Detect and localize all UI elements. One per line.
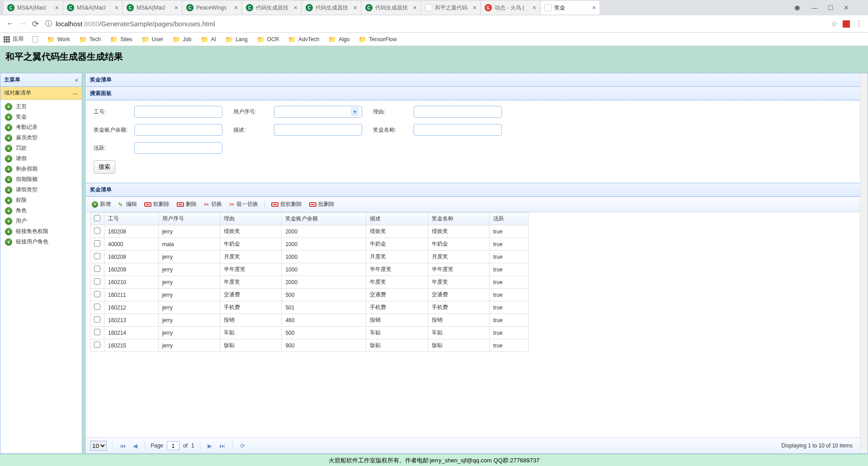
browser-tab[interactable]: C代码生成器技× [362, 1, 420, 14]
column-header[interactable]: 用户序号 [158, 213, 220, 225]
back-icon[interactable]: ← [4, 19, 16, 29]
table-row[interactable]: 160214jerry车贴500车贴车贴true [90, 327, 528, 339]
sidebar-item[interactable]: +主页 [0, 101, 82, 112]
search-button[interactable]: 搜索 [94, 160, 115, 174]
batchsoftdelete-button[interactable]: 批软删除 [269, 200, 304, 209]
softdelete-button[interactable]: 软删除 [142, 200, 171, 209]
bookmark-folder[interactable]: 📁User [142, 36, 163, 43]
sidebar-item[interactable]: +请假类型 [0, 185, 82, 195]
table-row[interactable]: 160211jerry交通费500交通费交通费true [90, 289, 528, 301]
sidebar-item[interactable]: +请假 [0, 153, 82, 164]
sidebar-item[interactable]: +雇员类型 [0, 133, 82, 143]
refresh-icon[interactable]: ⟳ [238, 442, 247, 449]
tab-close-icon[interactable]: × [533, 4, 536, 11]
table-row[interactable]: 160208jerry绩效奖2000绩效奖绩效奖true [90, 225, 528, 238]
next-page-icon[interactable]: ▶ [206, 442, 214, 449]
site-info-icon[interactable]: ⓘ [45, 19, 52, 28]
column-header[interactable]: 奖金账户余额 [282, 213, 366, 225]
bookmark-folder[interactable]: 📁AI [201, 36, 216, 43]
column-header[interactable]: 活跃 [489, 213, 528, 225]
extension-icon[interactable] [843, 20, 850, 28]
browser-tab[interactable]: C代码生成器技× [242, 1, 301, 14]
bookmark-folder[interactable]: 📁OCR [257, 36, 279, 43]
browser-tab[interactable]: 和平之翼代码× [421, 1, 480, 14]
combo-userseq[interactable]: ▾ [274, 106, 362, 118]
browser-tab[interactable]: G动态 - 火鸟 (× [481, 1, 540, 14]
row-checkbox[interactable] [94, 342, 100, 348]
browser-tab[interactable]: CMS&A(Macl× [63, 1, 122, 14]
bookmark-folder[interactable]: 📁Tech [79, 36, 101, 43]
input-balance[interactable] [134, 124, 222, 136]
edit-button[interactable]: ✎编辑 [116, 200, 139, 209]
input-active[interactable] [134, 142, 222, 154]
page-input[interactable] [167, 441, 179, 450]
sidebar-item[interactable]: +奖金 [0, 112, 82, 122]
tab-close-icon[interactable]: × [115, 4, 118, 11]
input-id[interactable] [134, 106, 222, 118]
last-page-icon[interactable]: ⏭ [217, 442, 227, 449]
bookmark-folder[interactable]: 📁Job [172, 36, 191, 43]
sidebar-item[interactable]: +考勤记录 [0, 122, 82, 133]
row-checkbox[interactable] [94, 278, 100, 285]
url-field[interactable]: ⓘ localhost:8080/GenerateSample/pages/bo… [42, 19, 831, 28]
sidebar-item[interactable]: +角色 [0, 205, 82, 216]
sidebar-header[interactable]: 主菜单 « [0, 73, 82, 87]
toggle-button[interactable]: ✂切换 [202, 200, 224, 209]
reload-icon[interactable]: ⟳ [29, 19, 42, 29]
first-page-icon[interactable]: ⏮ [118, 442, 127, 449]
table-row[interactable]: 160210jerry年度奖2000年度奖年度奖true [90, 276, 528, 289]
row-checkbox[interactable] [94, 329, 100, 335]
sidebar-item[interactable]: +罚款 [0, 143, 82, 153]
sidebar-item[interactable]: +链接角色权限 [0, 226, 82, 237]
maximize-icon[interactable]: ☐ [828, 4, 834, 11]
table-row[interactable]: 160213jerry报销460报销报销true [90, 314, 528, 327]
select-all-checkbox[interactable] [94, 215, 100, 221]
sidebar-item[interactable]: +剩余假期 [0, 164, 82, 174]
sidebar-item[interactable]: +链接用户角色 [0, 237, 82, 247]
tab-close-icon[interactable]: × [354, 4, 357, 11]
browser-tab[interactable]: C代码生成器技× [302, 1, 361, 14]
sidebar-item[interactable]: +假期限额 [0, 174, 82, 185]
batchdelete-button[interactable]: 批删除 [307, 200, 336, 209]
sidebar-item[interactable]: +用户 [0, 216, 82, 226]
row-checkbox[interactable] [94, 228, 100, 234]
pagesize-select[interactable]: 10 [90, 441, 107, 451]
column-header[interactable]: 奖金名称 [428, 213, 489, 225]
profile-icon[interactable]: ☻ [793, 3, 802, 13]
sidebar-item[interactable]: +权限 [0, 195, 82, 205]
tab-close-icon[interactable]: × [413, 4, 417, 11]
tab-close-icon[interactable]: × [592, 4, 596, 11]
row-checkbox[interactable] [94, 291, 100, 297]
browser-tab[interactable]: CMS&A(Macl× [123, 1, 182, 14]
tab-close-icon[interactable]: × [473, 4, 476, 11]
column-header[interactable]: 理由 [220, 213, 282, 225]
column-header[interactable]: 工号 [104, 213, 159, 225]
prev-page-icon[interactable]: ◀ [131, 442, 139, 449]
close-icon[interactable]: ✕ [844, 4, 849, 11]
bookmark-folder[interactable]: 📁Lang [225, 36, 248, 43]
chevron-down-icon[interactable]: ▾ [351, 107, 359, 116]
input-bonusname[interactable] [414, 124, 502, 136]
tab-close-icon[interactable]: × [234, 4, 238, 11]
row-checkbox[interactable] [94, 240, 100, 247]
table-row[interactable]: 160209jerry半年度奖1000半年度奖半年度奖true [90, 263, 528, 276]
tab-close-icon[interactable]: × [294, 4, 297, 11]
star-icon[interactable]: ☆ [831, 19, 837, 28]
table-row[interactable]: 40000mala牛奶金1000牛奶金牛奶金true [90, 238, 528, 251]
bookmark-folder[interactable]: 📁Work [47, 36, 70, 43]
delete-button[interactable]: 删除 [175, 200, 198, 209]
row-checkbox[interactable] [94, 266, 100, 272]
browser-tab[interactable]: CMS&A(Macl× [4, 1, 62, 14]
apps-button[interactable]: 应用 [4, 35, 24, 43]
column-header[interactable]: 描述 [366, 213, 428, 225]
browser-tab[interactable]: CPeaceWings× [183, 1, 241, 14]
bookmark-item[interactable] [33, 36, 38, 43]
browser-tab[interactable]: 奖金× [541, 1, 599, 14]
tab-close-icon[interactable]: × [55, 4, 59, 11]
bookmark-folder[interactable]: 📁TensorFlow [359, 36, 396, 43]
bookmark-folder[interactable]: 📁Sites [110, 36, 132, 43]
collapse-icon[interactable]: « [75, 76, 78, 83]
table-row[interactable]: 160208jerry月度奖1000月度奖月度奖true [90, 251, 528, 263]
scrollbar[interactable] [860, 73, 868, 453]
row-checkbox[interactable] [94, 253, 100, 259]
